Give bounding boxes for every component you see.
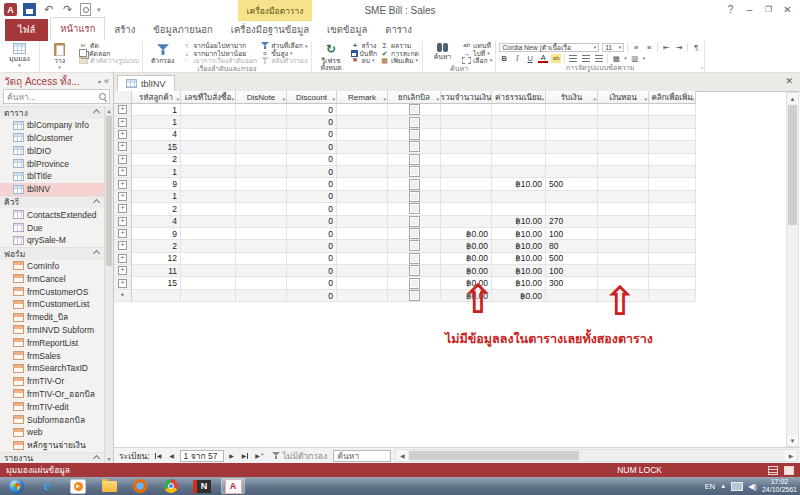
row-selector[interactable] <box>114 216 132 228</box>
filter-button[interactable]: ตัวกรอง <box>146 42 179 64</box>
cell-add[interactable] <box>649 104 696 116</box>
cell-fee[interactable]: ฿10.00 <box>492 253 546 265</box>
row-selector[interactable] <box>114 228 132 240</box>
cell-total[interactable] <box>441 104 492 116</box>
cell-id[interactable]: 9 <box>132 228 181 240</box>
cell-change[interactable] <box>598 203 649 215</box>
cell-discount[interactable]: 0 <box>287 228 337 240</box>
expand-record-icon[interactable] <box>118 229 127 238</box>
scroll-down-icon[interactable]: ▼ <box>787 435 798 446</box>
cell-fee[interactable] <box>492 166 546 178</box>
expand-record-icon[interactable] <box>118 118 127 127</box>
nav-item[interactable]: frmCustomerList <box>0 298 105 311</box>
nav-item[interactable]: frmTIV-Or <box>0 375 105 388</box>
font-size-combo[interactable]: 11▾ <box>602 43 624 52</box>
nav-item[interactable]: ComInfo <box>0 260 105 273</box>
row-selector[interactable] <box>114 154 132 166</box>
cell-disnote[interactable] <box>236 129 287 141</box>
row-selector[interactable] <box>114 166 132 178</box>
column-header-change[interactable]: เงินทอน▾ <box>598 91 649 104</box>
expand-record-icon[interactable] <box>118 217 127 226</box>
cell-discount[interactable]: 0 <box>287 191 337 203</box>
column-dropdown-icon[interactable]: ▾ <box>176 96 179 102</box>
cell-received[interactable] <box>546 154 598 166</box>
row-selector[interactable] <box>114 178 132 190</box>
wmp-taskbar-button[interactable] <box>66 478 90 494</box>
taskbar-clock[interactable]: 17:02 24/10/2561 <box>762 478 797 494</box>
cell-received[interactable]: 80 <box>546 240 598 252</box>
bullet-list-icon[interactable]: ≡ <box>631 43 641 52</box>
cell-received[interactable] <box>546 203 598 215</box>
cell-disnote[interactable] <box>236 228 287 240</box>
expand-record-icon[interactable] <box>118 279 127 288</box>
cancel-checkbox[interactable] <box>409 216 420 227</box>
column-header-add[interactable]: คลิกเพื่อเพิ่ม▾ <box>649 91 696 104</box>
restore-button[interactable] <box>759 2 778 17</box>
nav-item[interactable]: frmCustomerOS <box>0 285 105 298</box>
column-header-disnote[interactable]: DisNote▾ <box>236 91 287 104</box>
ribbon-tab-3[interactable]: ข้อมูลภายนอก <box>144 19 221 41</box>
cell-po[interactable] <box>181 290 236 302</box>
cell-po[interactable] <box>181 277 236 289</box>
cell-discount[interactable]: 0 <box>287 116 337 128</box>
align-right-icon[interactable] <box>594 54 604 63</box>
start-taskbar-button[interactable] <box>4 478 28 494</box>
cancel-checkbox[interactable] <box>409 104 420 115</box>
volume-icon[interactable]: ◀) <box>748 482 757 491</box>
row-selector[interactable] <box>114 116 132 128</box>
cell-cancel[interactable] <box>388 240 441 252</box>
remove-sort-button[interactable]: เอาการเรียงลำดับออก <box>182 57 257 64</box>
cell-remark[interactable] <box>337 191 388 203</box>
new-record-button[interactable]: ▶* <box>254 450 266 462</box>
column-header-received[interactable]: รับเงิน▾ <box>546 91 598 104</box>
cancel-checkbox[interactable] <box>409 179 420 190</box>
cell-fee[interactable] <box>492 203 546 215</box>
vertical-scrollbar-thumb[interactable] <box>788 105 797 225</box>
paste-button[interactable]: วาง▾ <box>43 42 76 71</box>
cancel-checkbox[interactable] <box>409 265 420 276</box>
column-header-id[interactable]: รหัสลูกค้า▾ <box>132 91 181 104</box>
cell-id[interactable]: 4 <box>132 129 181 141</box>
cell-id[interactable]: 2 <box>132 154 181 166</box>
nav-item[interactable]: web <box>0 426 105 439</box>
cell-add[interactable] <box>649 253 696 265</box>
cell-change[interactable] <box>598 216 649 228</box>
first-record-button[interactable]: ◀ <box>152 450 164 462</box>
cell-disnote[interactable] <box>236 141 287 153</box>
cell-remark[interactable] <box>337 265 388 277</box>
cell-cancel[interactable] <box>388 228 441 240</box>
cell-remark[interactable] <box>337 290 388 302</box>
expand-record-icon[interactable] <box>118 266 127 275</box>
ribbon-tab-0[interactable]: ไฟล์ <box>5 19 48 41</box>
qat-dropdown-icon[interactable]: ▾ <box>97 6 101 14</box>
cell-remark[interactable] <box>337 228 388 240</box>
cell-disnote[interactable] <box>236 166 287 178</box>
cell-add[interactable] <box>649 116 696 128</box>
undo-icon[interactable] <box>42 3 55 16</box>
cell-po[interactable] <box>181 228 236 240</box>
column-header-discount[interactable]: Discount▾ <box>287 91 337 104</box>
column-dropdown-icon[interactable]: ▾ <box>644 96 647 102</box>
language-indicator[interactable]: EN <box>705 482 715 491</box>
cell-po[interactable] <box>181 216 236 228</box>
underline-button[interactable]: U <box>525 54 535 63</box>
cell-id[interactable]: 12 <box>132 253 181 265</box>
cell-received[interactable] <box>546 104 598 116</box>
nav-item[interactable]: frmTIV-Or_ออกบิล <box>0 388 105 401</box>
view-button[interactable]: มุมมอง▾ <box>3 42 36 69</box>
column-dropdown-icon[interactable]: ▾ <box>593 96 596 102</box>
cell-remark[interactable] <box>337 129 388 141</box>
cell-total[interactable]: ฿0.00 <box>441 240 492 252</box>
access-taskbar-button[interactable]: A <box>221 478 245 494</box>
cell-id[interactable]: 2 <box>132 203 181 215</box>
select-button[interactable]: เลือก▾ <box>462 57 492 64</box>
row-selector[interactable] <box>114 265 132 277</box>
nav-group-header-3[interactable]: รายงาน <box>0 452 105 463</box>
cell-po[interactable] <box>181 154 236 166</box>
ribbon-tab-1[interactable]: หน้าแรก <box>50 17 105 41</box>
dialog-launcher-icon[interactable]: ⌟ <box>700 62 703 71</box>
cell-add[interactable] <box>649 290 696 302</box>
cell-cancel[interactable] <box>388 154 441 166</box>
cell-remark[interactable] <box>337 178 388 190</box>
more-button[interactable]: เพิ่มเติม▾ <box>380 57 419 64</box>
